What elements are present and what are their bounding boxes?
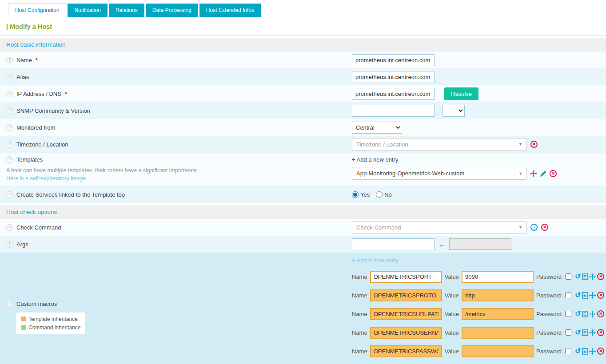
macro-name-input[interactable]: [370, 327, 442, 339]
help-icon[interactable]: ?: [6, 57, 13, 63]
macro-name-input[interactable]: [370, 308, 442, 320]
create-services-yes-radio[interactable]: Yes: [352, 191, 370, 198]
create-services-no-radio[interactable]: No: [376, 191, 392, 198]
description-icon[interactable]: [582, 348, 588, 355]
name-label: Name: [16, 57, 32, 63]
templates-help-link[interactable]: Here is a self-explanatory image.: [6, 175, 88, 182]
description-icon[interactable]: [582, 292, 588, 299]
macro-name-input[interactable]: [370, 345, 442, 357]
macro-password-checkbox[interactable]: [565, 273, 571, 280]
resolve-button[interactable]: Resolve: [444, 87, 478, 100]
tab-relations[interactable]: Relations: [109, 4, 144, 17]
arrow-left-icon: ←: [438, 241, 446, 248]
template-select[interactable]: App-Monitoring-Openmetrics-Web-custom ▼: [352, 167, 527, 180]
args-input[interactable]: [352, 238, 435, 250]
monitored-from-select[interactable]: Central: [352, 122, 402, 134]
macros-add-entry-link[interactable]: + Add a new entry: [352, 257, 606, 264]
move-icon[interactable]: [589, 329, 596, 336]
delete-icon[interactable]: ✕: [597, 273, 604, 280]
timezone-label: Timezone / Location: [16, 141, 68, 148]
help-icon[interactable]: ?: [6, 74, 13, 80]
macro-value-input[interactable]: [462, 345, 534, 357]
required-mark: *: [36, 57, 38, 63]
undo-icon[interactable]: ↺: [575, 310, 581, 317]
macro-value-label: Value: [445, 273, 459, 280]
tab-data-processing[interactable]: Data Processing: [146, 4, 198, 17]
macro-password-label: Password: [536, 292, 562, 299]
move-icon[interactable]: [589, 292, 596, 299]
help-icon[interactable]: ?: [6, 156, 13, 163]
alias-label: Alias: [16, 74, 29, 80]
snmp-community-input[interactable]: [352, 105, 435, 117]
delete-icon[interactable]: ✕: [597, 292, 604, 299]
macro-password-label: Password: [536, 329, 562, 336]
macro-password-checkbox[interactable]: [565, 348, 571, 354]
macro-value-input[interactable]: [462, 289, 534, 301]
radio-no[interactable]: [376, 191, 383, 198]
clear-icon[interactable]: ✕: [530, 141, 538, 148]
undo-icon[interactable]: ↺: [575, 348, 581, 355]
chevron-down-icon: ▼: [514, 138, 526, 150]
help-icon[interactable]: ?: [6, 191, 13, 198]
macro-name-input[interactable]: [370, 289, 442, 301]
macro-password-checkbox[interactable]: [565, 311, 571, 317]
tab-notification[interactable]: Notification: [68, 4, 107, 17]
help-icon[interactable]: ?: [6, 107, 13, 114]
move-icon[interactable]: [530, 170, 537, 177]
clear-icon[interactable]: ✕: [541, 224, 548, 231]
help-icon[interactable]: ?: [6, 241, 13, 248]
radio-yes[interactable]: [352, 191, 359, 198]
macro-value-input[interactable]: [462, 308, 534, 320]
alias-input[interactable]: [352, 71, 435, 83]
help-icon[interactable]: ?: [6, 224, 13, 231]
delete-icon[interactable]: ✕: [597, 310, 604, 317]
macro-name-input[interactable]: [370, 271, 442, 283]
macro-value-input[interactable]: [462, 271, 534, 283]
row-create-services: ? Create Services linked to the Template…: [0, 186, 606, 203]
macro-password-label: Password: [536, 273, 562, 280]
macro-row: Name Value Password ↺ ✕: [352, 323, 606, 342]
macro-name-label: Name: [352, 292, 367, 299]
move-icon[interactable]: [589, 311, 596, 317]
undo-icon[interactable]: ↺: [575, 273, 581, 280]
chevron-down-icon: ▼: [514, 222, 526, 233]
undo-icon[interactable]: ↺: [575, 329, 581, 336]
snmp-version-select[interactable]: [443, 105, 465, 117]
help-icon[interactable]: ?: [6, 141, 13, 148]
template-selected-value: App-Monitoring-Openmetrics-Web-custom: [352, 170, 464, 177]
delete-icon[interactable]: ✕: [597, 348, 604, 355]
tab-host-extended-infos[interactable]: Host Extended Infos: [199, 4, 261, 17]
legend-template-inheritance: Template inheritance: [21, 316, 80, 322]
page-title: | Modify a Host: [0, 17, 606, 35]
timezone-select[interactable]: Timezone / Location ▼: [352, 138, 527, 151]
move-icon[interactable]: [589, 273, 596, 280]
move-icon[interactable]: [589, 348, 596, 355]
description-icon[interactable]: [582, 311, 588, 317]
monitored-from-label: Monitored from: [16, 124, 55, 131]
macro-password-checkbox[interactable]: [565, 292, 571, 298]
info-icon[interactable]: i: [530, 224, 538, 231]
description-icon[interactable]: [582, 329, 588, 336]
tab-host-configuration[interactable]: Host Configuration: [8, 3, 66, 17]
section-host-basic-information: Host basic information: [0, 38, 606, 51]
undo-icon[interactable]: ↺: [575, 292, 581, 299]
row-name: ? Name *: [0, 51, 606, 68]
help-icon[interactable]: ?: [6, 91, 13, 97]
delete-icon[interactable]: ✕: [550, 170, 557, 177]
macro-value-input[interactable]: [462, 327, 534, 339]
row-snmp: ? SNMP Community & Version: [0, 102, 606, 119]
templates-add-entry-link[interactable]: + Add a new entry: [352, 156, 398, 163]
help-icon[interactable]: ?: [6, 124, 13, 131]
help-icon[interactable]: ?: [6, 301, 13, 307]
ip-address-input[interactable]: [352, 88, 435, 100]
row-alias: ? Alias: [0, 68, 606, 85]
name-input[interactable]: [352, 54, 435, 66]
check-command-select[interactable]: Check Command ▼: [352, 221, 527, 234]
delete-icon[interactable]: ✕: [597, 329, 604, 336]
macro-value-label: Value: [445, 311, 459, 317]
macro-password-checkbox[interactable]: [565, 329, 571, 336]
template-inheritance-swatch: [21, 317, 26, 321]
description-icon[interactable]: [582, 273, 588, 280]
edit-icon[interactable]: [540, 170, 546, 177]
row-monitored-from: ? Monitored from Central: [0, 119, 606, 136]
